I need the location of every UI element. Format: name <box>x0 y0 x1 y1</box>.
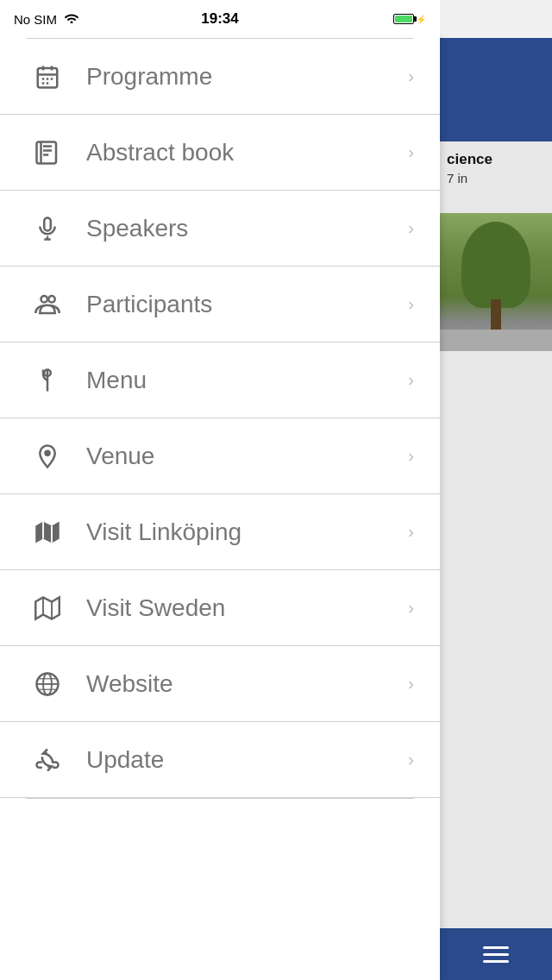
people-icon <box>26 292 69 317</box>
status-right: ⚡ <box>393 14 426 24</box>
hamburger-button[interactable] <box>440 928 552 980</box>
venue-chevron: › <box>408 446 414 466</box>
update-chevron: › <box>408 750 414 770</box>
status-bar: No SIM 19:34 ⚡ <box>0 0 440 38</box>
tree-trunk <box>491 299 501 334</box>
hamburger-line-2 <box>483 953 509 956</box>
hamburger-line-1 <box>483 946 509 949</box>
time-display: 19:34 <box>201 10 238 28</box>
menu-panel: Programme › Abstract book › <box>0 38 440 980</box>
svg-rect-4 <box>42 78 45 80</box>
menu-chevron: › <box>408 370 414 390</box>
right-content: cience 7 in <box>440 141 552 196</box>
battery-fill <box>395 16 412 22</box>
menu-item-visit-linkoping[interactable]: Visit Linköping › <box>0 494 440 570</box>
website-chevron: › <box>408 674 414 694</box>
battery: ⚡ <box>393 14 426 24</box>
menu-item-participants[interactable]: Participants › <box>0 267 440 342</box>
programme-chevron: › <box>408 66 414 86</box>
map-outline-icon <box>26 595 69 621</box>
programme-label: Programme <box>69 63 408 91</box>
wifi-icon <box>64 11 79 27</box>
speakers-label: Speakers <box>69 215 408 242</box>
abstract-book-chevron: › <box>408 142 414 162</box>
svg-point-16 <box>41 296 48 303</box>
menu-item-venue[interactable]: Venue › <box>0 418 440 494</box>
svg-point-17 <box>48 296 55 303</box>
menu-item-programme[interactable]: Programme › <box>0 39 440 115</box>
svg-rect-7 <box>42 82 45 85</box>
speakers-chevron: › <box>408 218 414 238</box>
menu-item-website[interactable]: Website › <box>0 646 440 722</box>
menu-item-update[interactable]: Update › <box>0 722 440 798</box>
globe-icon <box>26 671 69 697</box>
recycle-icon <box>26 747 69 773</box>
visit-sweden-label: Visit Sweden <box>69 594 408 622</box>
update-label: Update <box>69 746 408 774</box>
menu-bottom-border <box>26 798 414 799</box>
website-label: Website <box>69 670 408 698</box>
menu-item-abstract-book[interactable]: Abstract book › <box>0 115 440 191</box>
menu-item-speakers[interactable]: Speakers › <box>0 191 440 267</box>
menu-item-visit-sweden[interactable]: Visit Sweden › <box>0 570 440 646</box>
visit-linkoping-chevron: › <box>408 522 414 542</box>
participants-chevron: › <box>408 294 414 314</box>
right-text-2: 7 in <box>447 169 545 187</box>
svg-point-20 <box>44 449 51 456</box>
ground-area <box>440 330 552 351</box>
menu-item-menu[interactable]: Menu › <box>0 342 440 418</box>
visit-linkoping-label: Visit Linköping <box>69 518 408 546</box>
hamburger-line-3 <box>483 960 509 963</box>
tree-image <box>440 213 552 351</box>
svg-marker-21 <box>35 521 60 543</box>
tree-canopy <box>461 222 530 308</box>
right-text-1: cience <box>447 150 545 169</box>
carrier-text: No SIM <box>14 12 57 27</box>
main-container: cience 7 in <box>0 38 552 980</box>
pin-icon <box>26 443 69 469</box>
abstract-book-label: Abstract book <box>69 139 408 166</box>
svg-rect-8 <box>47 82 49 85</box>
menu-list: Programme › Abstract book › <box>0 39 440 798</box>
menu-label: Menu <box>69 367 408 394</box>
visit-sweden-chevron: › <box>408 598 414 618</box>
fork-icon <box>26 368 69 393</box>
status-left: No SIM <box>14 11 79 27</box>
svg-marker-24 <box>35 597 60 619</box>
microphone-icon <box>26 216 69 242</box>
svg-rect-13 <box>44 217 51 230</box>
map-filled-icon <box>26 519 69 545</box>
right-header <box>440 38 552 141</box>
svg-rect-6 <box>51 78 53 80</box>
svg-rect-5 <box>47 78 49 80</box>
participants-label: Participants <box>69 291 408 318</box>
right-panel: cience 7 in <box>440 38 552 980</box>
book-icon <box>26 140 69 166</box>
calendar-icon <box>26 64 69 90</box>
bolt-icon: ⚡ <box>416 15 426 24</box>
venue-label: Venue <box>69 443 408 470</box>
